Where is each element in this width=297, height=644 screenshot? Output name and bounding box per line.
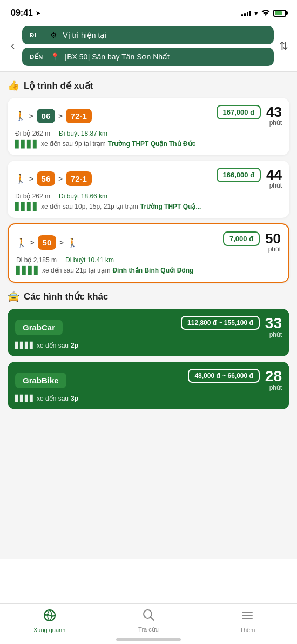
signal-bar-1: ▋▋▋▋ [15,140,39,148]
bus-badge-72-1a: 72-1 [66,109,92,123]
grabcar-duration: 33 [265,316,282,331]
duration-unit-2: phút [266,182,282,189]
bus-badge-72-1b: 72-1 [66,171,92,186]
grabbike-badge: GrabBike [15,373,66,388]
bus-dist-1: Đi buýt 18.87 km [59,130,107,137]
to-text: [BX 50] Sân bay Tân Sơn Nhất [65,52,170,61]
location-icon: ⚙ [50,31,57,39]
route-detail-3: Đi bộ 2,185 m Đi buýt 10.41 km [16,256,281,264]
arrow-3a: > [30,238,35,247]
price-badge-1: 167,000 đ [217,105,261,119]
grabcar-signal-icon: ▋▋▋▋ [15,342,35,349]
grabbike-arrival: ▋▋▋▋ xe đến sau 3p [15,395,282,402]
svg-point-3 [144,610,152,618]
grabbike-arrival-time: 3p [71,395,78,402]
route-steps-1: 🚶 > 06 > 72-1 [15,109,92,123]
walk-dist-2: Đi bộ 262 m [15,192,50,200]
search-icon [142,608,155,625]
bus-dist-2: Đi buýt 18.66 km [59,192,107,200]
bus-badge-56: 56 [37,171,56,186]
grabbike-arrival-text: xe đến sau [37,395,69,402]
grabcar-duration-unit: phút [265,331,282,338]
grabcar-card[interactable]: GrabCar 112,800 đ ~ 155,100 đ 33 phút ▋▋… [8,309,289,356]
arrow-2b: > [58,175,63,183]
recommended-section-title: 👍 Lộ trình đề xuất [8,79,289,91]
alternatives-title-text: Các hình thức khác [24,291,108,302]
bus-dist-3: Đi buýt 10.41 km [65,256,114,264]
from-input-row[interactable]: ĐI ⚙ Vị trí hiện tại [22,26,274,44]
route-right-1: 167,000 đ 43 phút [217,105,282,127]
price-badge-3: 7,000 đ [223,231,260,246]
nav-label-them: Thêm [240,627,255,633]
battery-icon [273,10,286,17]
signal-icon [241,10,251,16]
bus-arrival-2: ▋▋▋▋ xe đến sau 10p, 15p, 21p tại trạm T… [15,202,282,211]
grabbike-duration: 28 [265,369,282,384]
grabbike-card[interactable]: GrabBike 48,000 đ ~ 66,000 đ 28 phút ▋▋▋… [8,362,289,409]
taxi-emoji: 🚖 [8,290,19,302]
walk-icon-2: 🚶 [15,174,26,184]
globe-icon [43,609,56,625]
walk-dist-1: Đi bộ 262 m [15,130,50,137]
to-input-row[interactable]: ĐẾN 📍 [BX 50] Sân bay Tân Sơn Nhất [22,48,274,66]
wifi-icon: ▾ [254,9,258,17]
alternatives-section-title: 🚖 Các hình thức khác [8,290,289,302]
walk-icon-3a: 🚶 [16,237,27,248]
duration-3: 50 [265,231,281,245]
nav-label-xung-quanh: Xung quanh [33,627,65,633]
route-card-3[interactable]: 🚶 > 50 > 🚶 7,000 đ 50 phút Đi bộ 2,185 m… [8,223,289,283]
recommended-title-text: Lộ trình đề xuất [24,80,93,91]
to-label: ĐẾN [30,54,45,61]
duration-2: 44 [266,168,282,182]
back-button[interactable]: ‹ [9,37,17,55]
duration-unit-3: phút [265,245,281,253]
status-bar: 09:41 ➤ ▾ [0,0,297,24]
nav-item-them[interactable]: Thêm [226,609,269,633]
route-steps-2: 🚶 > 56 > 72-1 [15,171,92,186]
arrow-2a: > [29,175,33,183]
menu-icon [241,609,254,625]
grabcar-badge: GrabCar [15,320,63,335]
location-arrow-icon: ➤ [36,10,40,17]
route-inputs: ĐI ⚙ Vị trí hiện tại ĐẾN 📍 [BX 50] Sân b… [22,26,274,66]
from-label: ĐI [30,32,45,38]
bus-arrival-1: ▋▋▋▋ xe đến sau 9p tại trạm Trường THPT … [15,140,282,148]
arrival-text-2: xe đến sau 10p, 15p, 21p tại trạm [41,203,138,210]
alternatives-section: 🚖 Các hình thức khác GrabCar 112,800 đ ~… [8,290,289,409]
swap-button[interactable]: ⇅ [279,39,288,52]
station-2: Trường THPT Quậ... [140,203,201,210]
walk-icon-3b: 🚶 [67,237,78,248]
route-detail-2: Đi bộ 262 m Đi buýt 18.66 km [15,192,282,200]
from-text: Vị trí hiện tại [63,31,106,39]
bus-badge-50: 50 [38,235,57,250]
route-right-2: 166,000 đ 44 phút [217,168,282,189]
grabcar-arrival-time: 2p [71,342,78,349]
status-time: 09:41 [11,8,33,18]
duration-unit-1: phút [266,119,282,127]
main-content: 👍 Lộ trình đề xuất 🚶 > 06 > 72-1 167,000… [0,72,297,559]
route-steps-3: 🚶 > 50 > 🚶 [16,235,78,250]
walk-icon-1: 🚶 [15,111,26,121]
bus-badge-06: 06 [37,109,56,123]
walk-dist-3: Đi bộ 2,185 m [16,256,57,264]
station-1: Trường THPT Quận Thủ Đức [108,140,196,148]
wifi-icon-svg [261,10,270,16]
svg-line-4 [151,618,154,621]
nav-item-tra-cuu[interactable]: Tra cứu [127,608,170,633]
grabbike-duration-unit: phút [265,384,282,391]
route-card-2[interactable]: 🚶 > 56 > 72-1 166,000 đ 44 phút Đi bộ 26… [8,161,289,218]
destination-icon: 📍 [50,52,59,61]
nav-label-tra-cuu: Tra cứu [138,626,159,633]
arrival-text-3: xe đến sau 21p tại trạm [42,267,110,274]
nav-item-xung-quanh[interactable]: Xung quanh [28,609,71,633]
arrow-3b: > [59,238,64,247]
grabbike-price: 48,000 đ ~ 66,000 đ [188,369,259,383]
grabcar-arrival: ▋▋▋▋ xe đến sau 2p [15,342,282,349]
arrival-text-1: xe đến sau 9p tại trạm [41,140,106,148]
home-indicator [116,638,181,641]
price-badge-2: 166,000 đ [217,168,261,182]
duration-1: 43 [266,105,282,119]
grabbike-signal-icon: ▋▋▋▋ [15,395,35,402]
grabbike-row: GrabBike 48,000 đ ~ 66,000 đ 28 phút [15,369,282,391]
route-card-1[interactable]: 🚶 > 06 > 72-1 167,000 đ 43 phút Đi bộ 26… [8,98,289,155]
